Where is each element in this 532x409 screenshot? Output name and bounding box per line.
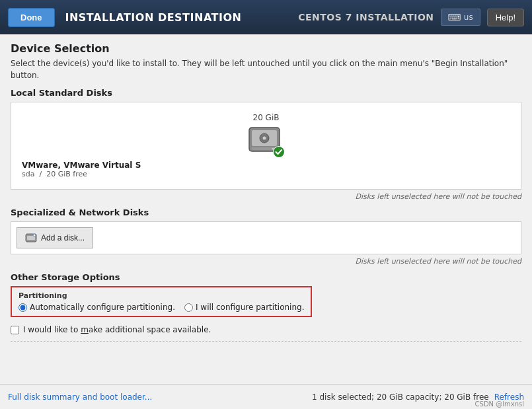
- add-disk-label: Add a disk...: [41, 233, 85, 242]
- main-content: Device Selection Select the device(s) yo…: [0, 34, 532, 409]
- footer-divider: [11, 341, 521, 342]
- help-button[interactable]: Help!: [487, 9, 524, 26]
- device-selection-title: Device Selection: [11, 42, 521, 55]
- done-button[interactable]: Done: [8, 8, 55, 27]
- specialized-disk-note: Disks left unselected here will not be t…: [11, 257, 521, 266]
- local-standard-disks-label: Local Standard Disks: [11, 88, 521, 98]
- partitioning-label: Partitioning: [19, 291, 304, 300]
- footer-bar: Full disk summary and boot loader... 1 d…: [0, 384, 532, 409]
- auto-partition-label: Automatically configure partitioning.: [30, 303, 175, 312]
- disk-item[interactable]: 20 GiB: [18, 109, 514, 182]
- specialized-disk-area: Add a disk...: [11, 221, 521, 254]
- disk-icon-area: [248, 125, 285, 158]
- svg-point-3: [262, 137, 266, 140]
- auto-partition-option[interactable]: Automatically configure partitioning.: [19, 303, 175, 312]
- add-disk-button[interactable]: Add a disk...: [17, 227, 93, 248]
- manual-partition-option[interactable]: I will configure partitioning.: [184, 303, 304, 312]
- manual-partition-label: I will configure partitioning.: [196, 303, 304, 312]
- local-disk-area: 20 GiB: [11, 102, 521, 190]
- manual-partition-radio[interactable]: [184, 303, 193, 312]
- device-selection-description: Select the device(s) you'd like to insta…: [11, 57, 521, 81]
- header: Done INSTALLATION DESTINATION CENTOS 7 I…: [0, 0, 532, 34]
- other-storage-section: Other Storage Options Partitioning Autom…: [11, 272, 521, 334]
- watermark: CSDN @lmxnsl: [475, 400, 524, 408]
- auto-partition-radio[interactable]: [19, 303, 27, 312]
- svg-rect-9: [27, 236, 35, 240]
- disk-size: 20 GiB: [253, 113, 280, 122]
- partitioning-box: Partitioning Automatically configure par…: [11, 286, 312, 317]
- other-storage-title: Other Storage Options: [11, 272, 521, 282]
- local-disk-note: Disks left unselected here will not be t…: [11, 192, 521, 201]
- make-space-row: I would like to make additional space av…: [11, 325, 521, 334]
- page-title: INSTALLATION DESTINATION: [65, 11, 242, 24]
- keyboard-widget[interactable]: ⌨ us: [441, 9, 480, 26]
- specialized-disks-label: Specialized & Network Disks: [11, 207, 521, 217]
- header-left: Done INSTALLATION DESTINATION: [8, 8, 241, 27]
- keyboard-icon: ⌨: [448, 12, 461, 22]
- keyboard-lang: us: [464, 13, 473, 22]
- disk-info: sda / 20 GiB free: [22, 170, 87, 178]
- add-disk-icon: [25, 232, 37, 244]
- header-right: CENTOS 7 INSTALLATION ⌨ us Help!: [298, 9, 524, 26]
- make-space-checkbox[interactable]: [11, 326, 19, 334]
- full-disk-summary-link[interactable]: Full disk summary and boot loader...: [8, 392, 152, 402]
- partitioning-options: Automatically configure partitioning. I …: [19, 303, 304, 312]
- make-space-label: I would like to make additional space av…: [23, 325, 211, 334]
- disk-name: VMware, VMware Virtual S: [22, 161, 141, 170]
- disk-status: 1 disk selected; 20 GiB capacity; 20 GiB…: [312, 392, 489, 402]
- centos-label: CENTOS 7 INSTALLATION: [298, 12, 434, 22]
- disk-selected-check: [273, 146, 285, 158]
